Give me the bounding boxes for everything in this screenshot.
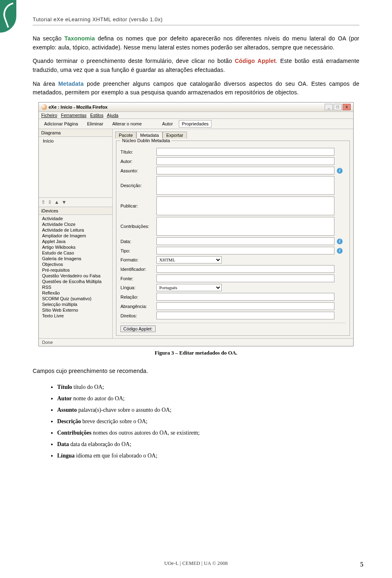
input-autor[interactable] [156,157,334,165]
toolbar-delete[interactable]: Eliminar [84,120,106,127]
list-item: Descrição breve descrição sobre o OA; [57,416,359,427]
info-icon[interactable]: i [337,168,343,174]
list-item: Assunto palavra(s)-chave sobre o assunto… [57,404,359,416]
info-icon[interactable]: i [337,239,343,244]
idevice-item[interactable]: Actividade de Leitura [39,227,112,233]
firefox-icon [41,104,47,110]
window-titlebar: eXe : Início - Mozilla Firefox _ □ X [39,103,353,112]
demote-icon[interactable]: ⇩ [48,199,52,205]
term-taxonomia: Taxonomia [65,35,95,42]
term-metadata: Metadata [58,80,84,87]
input-fonte[interactable] [156,274,334,282]
label-abrangencia: Abrangência: [120,304,154,309]
recommended-title: Campos cujo preenchimento se recomenda. [33,367,359,376]
toolbar-add-page[interactable]: Adicionar Página [41,120,81,127]
idevice-item[interactable]: RSS [39,284,112,290]
idevice-item[interactable]: Objectivos [39,261,112,267]
tree-node-inicio[interactable]: Início [43,138,108,143]
tree-buttons: ⇧ ⇩ ▲ ▼ [39,197,112,207]
figure-caption: Figura 3 – Editar metadados do OA. [33,350,359,356]
idevice-item[interactable]: Actividade Cloze [39,221,112,227]
input-contribuicoes[interactable] [156,217,334,236]
list-item: Língua idioma em que foi elaborado o OA; [57,450,359,462]
list-item: Data data da elaboração do OA; [57,439,359,450]
subtab-metadata[interactable]: Metadata [136,132,163,138]
label-direitos: Direitos: [120,313,154,318]
menu-estilos[interactable]: Estilos [90,113,103,118]
info-icon[interactable]: i [337,248,343,254]
outline-tree: Início [39,137,112,197]
label-lingua: Língua: [120,285,154,290]
idevice-item[interactable]: Artigo Wikibooks [39,244,112,250]
input-data[interactable] [156,237,334,245]
paragraph-taxonomia: Na secção Taxonomia defina os nomes que … [33,34,359,52]
idevice-item[interactable]: Questões de Escolha Múltipla [39,279,112,284]
label-formato: Formato: [120,257,154,262]
window-close-button[interactable]: X [343,104,351,110]
left-sidebar: Diagrama Início ⇧ ⇩ ▲ ▼ iDevices Activid… [39,129,113,338]
menu-ficheiro[interactable]: Ficheiro [41,113,57,118]
idevice-item[interactable]: Pré-requisitos [39,267,112,273]
input-abrangencia[interactable] [156,302,334,310]
up-icon[interactable]: ▲ [54,199,59,205]
label-contribuicoes: Contribuições: [120,224,154,229]
window-maximize-button[interactable]: □ [334,104,342,110]
promote-icon[interactable]: ⇧ [41,199,45,205]
paragraph-codigo-applet: Quando terminar o preenchimento deste fo… [33,57,359,74]
label-identificador: Identificador: [120,267,154,272]
menu-ajuda[interactable]: Ajuda [107,113,118,118]
label-publicar: Publicar: [120,203,154,208]
down-icon[interactable]: ▼ [62,199,67,205]
label-descricao: Descrição: [120,183,154,188]
toolbar-rename[interactable]: Alterar o nome [109,120,145,127]
select-formato[interactable]: XHTML [156,256,222,263]
label-fonte: Fonte: [120,276,154,281]
divider [33,25,359,25]
idevice-item[interactable]: SCORM Quiz (sumativo) [39,296,112,301]
idevice-item[interactable]: Sítio Web Externo [39,307,112,313]
fieldset-legend: Núcleo Dublin Metadata [120,138,172,143]
idevice-item[interactable]: Reflexão [39,290,112,296]
idevice-item[interactable]: Galeria de Imagens [39,256,112,261]
screenshot-app-window: eXe : Início - Mozilla Firefox _ □ X Fic… [38,102,354,346]
metadata-fieldset: Núcleo Dublin Metadata Título: Autor: As… [116,138,350,336]
right-content: Pacote Metadata Exportar Núcleo Dublin M… [113,129,353,338]
term-codigo-applet: Código Applet [235,58,276,64]
text: Quando terminar o preenchimento deste fo… [33,58,235,64]
page-header: Tutorial eXe eLearning XHTML editor (ver… [33,16,359,22]
menu-ferramentas[interactable]: Ferramentas [61,113,86,118]
label-assunto: Assunto: [120,168,154,173]
label-autor: Autor: [120,159,154,164]
codigo-applet-button[interactable]: Código Applet: [120,326,156,332]
input-assunto[interactable] [156,167,334,174]
input-relacao[interactable] [156,293,334,301]
brand-logo [0,0,16,33]
text: Na área [33,80,58,87]
paragraph-metadata: Na área Metadata pode preencher alguns c… [33,80,359,97]
window-minimize-button[interactable]: _ [325,104,333,110]
input-direitos[interactable] [156,312,334,319]
idevice-item[interactable]: Selecção múltipla [39,301,112,307]
input-tipo[interactable] [156,247,334,254]
input-descricao[interactable] [156,176,334,195]
idevice-item[interactable]: Actividade [39,216,112,221]
list-item: Título título do OA; [57,382,359,393]
input-publicar[interactable] [156,196,334,215]
tab-autor[interactable]: Autor [159,120,176,127]
idevice-item[interactable]: Questão Verdadeiro ou Falsa [39,273,112,279]
label-tipo: Tipo: [120,248,154,253]
idevice-list: ActividadeActividade ClozeActividade de … [39,215,112,319]
subtab-exportar[interactable]: Exportar [163,132,187,138]
tab-propriedades[interactable]: Propriedades [179,120,211,127]
input-identificador[interactable] [156,265,334,273]
idevice-item[interactable]: Ampliador de Imagem [39,233,112,239]
idevice-item[interactable]: Applet Java [39,239,112,244]
idevice-item[interactable]: Estudo de Caso [39,250,112,256]
label-data: Data: [120,239,154,244]
select-lingua[interactable]: Português [156,284,222,291]
input-titulo[interactable] [156,148,334,156]
label-titulo: Título: [120,150,154,154]
subtab-pacote[interactable]: Pacote [115,132,136,138]
idevice-item[interactable]: Texto Livre [39,313,112,319]
panel-header-idevices: iDevices [39,207,112,215]
